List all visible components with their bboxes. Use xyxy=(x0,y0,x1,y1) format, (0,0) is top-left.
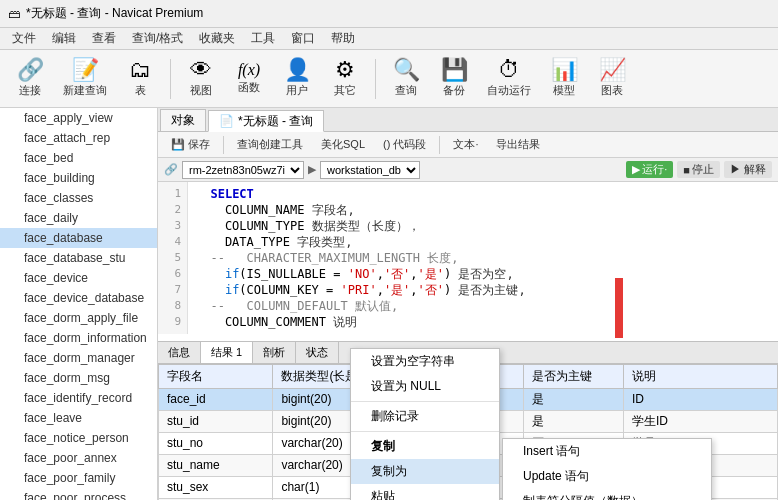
beautify-sql-button[interactable]: 美化SQL xyxy=(314,134,372,155)
connect-icon: 🔗 xyxy=(17,59,44,81)
chart-button[interactable]: 📈 图表 xyxy=(590,55,634,102)
sidebar-item-face-building[interactable]: face_building xyxy=(0,168,157,188)
user-label: 用户 xyxy=(286,83,308,98)
backup-label: 备份 xyxy=(443,83,465,98)
chart-label: 图表 xyxy=(601,83,623,98)
table-label: 表 xyxy=(135,83,146,98)
red-highlight xyxy=(615,278,623,338)
menu-favorites[interactable]: 收藏夹 xyxy=(191,28,243,49)
result-tab-profile[interactable]: 剖析 xyxy=(253,342,296,363)
sidebar-item-face-device-database[interactable]: face_device_database xyxy=(0,288,157,308)
menu-file[interactable]: 文件 xyxy=(4,28,44,49)
export-result-button[interactable]: 导出结果 xyxy=(489,134,547,155)
new-query-button[interactable]: 📝 新建查询 xyxy=(56,55,114,102)
user-button[interactable]: 👤 用户 xyxy=(275,55,319,102)
ctx-copy[interactable]: 复制 xyxy=(351,434,499,459)
stop-button[interactable]: ■ 停止 xyxy=(677,161,720,178)
database-select[interactable]: workstation_db xyxy=(320,161,420,179)
explain-button[interactable]: ▶ 解释 xyxy=(724,161,772,178)
ctx-sep-1 xyxy=(351,401,499,402)
tab-objects-label: 对象 xyxy=(171,112,195,129)
backup-button[interactable]: 💾 备份 xyxy=(432,55,476,102)
user-icon: 👤 xyxy=(284,59,311,81)
sidebar-item-face-dorm-apply-file[interactable]: face_dorm_apply_file xyxy=(0,308,157,328)
toolbar-sep-2 xyxy=(375,59,376,99)
query-label: 查询 xyxy=(395,83,417,98)
sidebar-item-face-poor-process[interactable]: face_poor_process xyxy=(0,488,157,500)
auto-run-icon: ⏱ xyxy=(498,59,520,81)
tab-query[interactable]: 📄 *无标题 - 查询 xyxy=(208,110,324,132)
code-snippet-button[interactable]: () 代码段 xyxy=(376,134,433,155)
ctx-set-null[interactable]: 设置为 NULL xyxy=(351,374,499,399)
sidebar-item-face-dorm-manager[interactable]: face_dorm_manager xyxy=(0,348,157,368)
result-tab-result1[interactable]: 结果 1 xyxy=(201,342,253,363)
sub-ctx-insert[interactable]: Insert 语句 xyxy=(503,439,711,464)
sidebar-item-face-daily[interactable]: face_daily xyxy=(0,208,157,228)
sub-context-menu: Insert 语句 Update 语句 制表符分隔值（数据） 制表符分隔值（字段… xyxy=(502,438,712,500)
query-file-icon: 📄 xyxy=(219,114,234,128)
conn-bar: 🔗 rm-2zetn83n05wz7i ▶ workstation_db ▶ 运… xyxy=(158,158,778,182)
sidebar-item-face-poor-family[interactable]: face_poor_family xyxy=(0,468,157,488)
connect-button[interactable]: 🔗 连接 xyxy=(8,55,52,102)
app-icon: 🗃 xyxy=(8,7,20,21)
sidebar-item-face-bed[interactable]: face_bed xyxy=(0,148,157,168)
sidebar-item-face-database-stu[interactable]: face_database_stu xyxy=(0,248,157,268)
menu-help[interactable]: 帮助 xyxy=(323,28,363,49)
view-button[interactable]: 👁 视图 xyxy=(179,55,223,102)
other-label: 其它 xyxy=(334,83,356,98)
model-label: 模型 xyxy=(553,83,575,98)
sidebar-item-face-device[interactable]: face_device xyxy=(0,268,157,288)
sidebar-item-face-identify-record[interactable]: face_identify_record xyxy=(0,388,157,408)
run-button[interactable]: ▶ 运行· xyxy=(626,161,673,178)
ctx-paste[interactable]: 粘贴 xyxy=(351,484,499,500)
auto-run-button[interactable]: ⏱ 自动运行 xyxy=(480,55,538,102)
menu-view[interactable]: 查看 xyxy=(84,28,124,49)
query-icon: 🔍 xyxy=(393,59,420,81)
col-header-comment: 说明 xyxy=(623,364,777,388)
result-tab-status[interactable]: 状态 xyxy=(296,342,339,363)
ctx-copy-as[interactable]: 复制为 xyxy=(351,459,499,484)
toolbar-sep-1 xyxy=(170,59,171,99)
ctx-set-empty-string[interactable]: 设置为空字符串 xyxy=(351,349,499,374)
ctx-delete-record[interactable]: 删除记录 xyxy=(351,404,499,429)
sidebar-item-face-leave[interactable]: face_leave xyxy=(0,408,157,428)
model-button[interactable]: 📊 模型 xyxy=(542,55,586,102)
menu-window[interactable]: 窗口 xyxy=(283,28,323,49)
sidebar-item-face-poor-annex[interactable]: face_poor_annex xyxy=(0,448,157,468)
connection-select[interactable]: rm-2zetn83n05wz7i xyxy=(182,161,304,179)
sub-ctx-tab-data[interactable]: 制表符分隔值（数据） xyxy=(503,489,711,500)
content-area: 对象 📄 *无标题 - 查询 💾 保存 查询创建工具 美化SQL () 代码段 xyxy=(158,108,778,500)
table-icon: 🗂 xyxy=(129,59,151,81)
sidebar-item-face-apply-view[interactable]: face_apply_view xyxy=(0,108,157,128)
menu-edit[interactable]: 编辑 xyxy=(44,28,84,49)
connect-label: 连接 xyxy=(19,83,41,98)
function-button[interactable]: f(x) 函数 xyxy=(227,58,271,99)
menu-query-format[interactable]: 查询/格式 xyxy=(124,28,191,49)
stop-icon: ■ xyxy=(683,164,690,176)
sql-editor[interactable]: 1 2 3 4 5 6 7 8 9 SELECT COLUMN_NAME 字段名… xyxy=(158,182,778,341)
save-button[interactable]: 💾 保存 xyxy=(164,134,217,155)
result-tab-info[interactable]: 信息 xyxy=(158,342,201,363)
menu-tools[interactable]: 工具 xyxy=(243,28,283,49)
other-button[interactable]: ⚙ 其它 xyxy=(323,55,367,102)
sidebar-item-face-notice-person[interactable]: face_notice_person xyxy=(0,428,157,448)
tab-bar: 对象 📄 *无标题 - 查询 xyxy=(158,108,778,132)
sub-ctx-update[interactable]: Update 语句 xyxy=(503,464,711,489)
sidebar-item-face-dorm-msg[interactable]: face_dorm_msg xyxy=(0,368,157,388)
sidebar-item-face-attach-rep[interactable]: face_attach_rep xyxy=(0,128,157,148)
tab-query-label: *无标题 - 查询 xyxy=(238,113,313,130)
title-text: *无标题 - 查询 - Navicat Premium xyxy=(26,5,203,22)
sidebar-item-face-dorm-information[interactable]: face_dorm_information xyxy=(0,328,157,348)
other-icon: ⚙ xyxy=(335,59,355,81)
tab-objects[interactable]: 对象 xyxy=(160,109,206,131)
sidebar-item-face-database[interactable]: face_database xyxy=(0,228,157,248)
backup-icon: 💾 xyxy=(441,59,468,81)
query-button[interactable]: 🔍 查询 xyxy=(384,55,428,102)
model-icon: 📊 xyxy=(551,59,578,81)
query-toolbar: 💾 保存 查询创建工具 美化SQL () 代码段 文本· 导出结果 xyxy=(158,132,778,158)
table-button[interactable]: 🗂 表 xyxy=(118,55,162,102)
text-button[interactable]: 文本· xyxy=(446,134,485,155)
sidebar-item-face-classes[interactable]: face_classes xyxy=(0,188,157,208)
query-builder-button[interactable]: 查询创建工具 xyxy=(230,134,310,155)
conn-icon: 🔗 xyxy=(164,163,178,176)
